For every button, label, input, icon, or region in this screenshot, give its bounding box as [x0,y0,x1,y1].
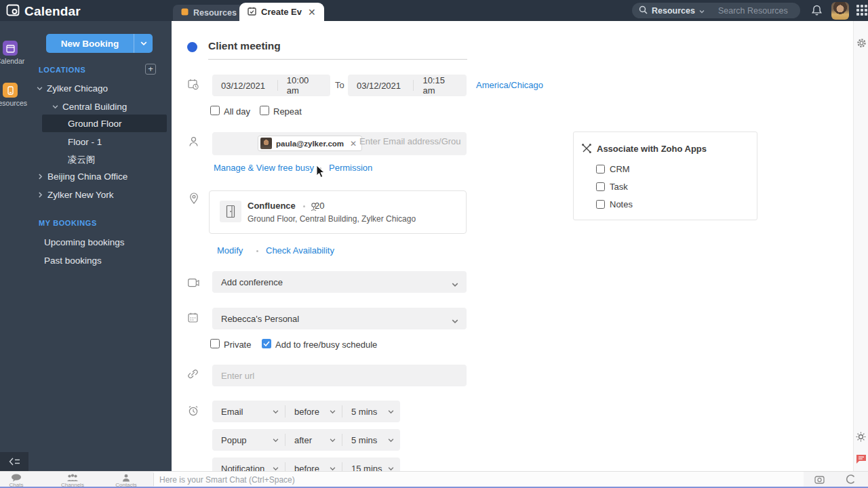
check-availability-link[interactable]: Check Availability [266,245,334,256]
calendar-icon [188,312,198,325]
tree-item-ground-floor-selected[interactable]: Ground Floor [42,115,167,132]
reminder-type-dropdown[interactable]: Email [212,401,285,422]
end-time-input[interactable]: 10:15 am [414,75,467,96]
private-label: Private [224,340,251,350]
reminder-time: 5 mins [351,407,377,417]
rail-calendar-icon[interactable] [3,41,18,56]
tab-resources[interactable]: Resources [173,5,245,21]
tree-item-beijing-china-office[interactable]: Beijing China Office [37,171,127,182]
tree-item-zylker-new-york[interactable]: Zylker New York [37,190,114,200]
settings-gear-icon[interactable] [856,38,867,51]
user-avatar[interactable] [831,2,849,20]
attendees-field[interactable]: paula@zylker.com ✕ [212,132,467,155]
freebusy-checkbox-checked[interactable] [262,339,271,348]
notes-checkbox[interactable] [596,200,605,209]
start-date-input[interactable]: 03/12/2021 [212,81,277,91]
event-color-dot[interactable] [187,42,197,52]
channels-button[interactable]: Channels [58,474,87,488]
start-datetime-field[interactable]: 03/12/2021 10:00 am [212,75,330,96]
calendar-select-dropdown[interactable]: Rebecca's Personal [212,308,467,329]
chevron-down-icon [330,409,336,415]
tree-item-central-building[interactable]: Central Building [52,102,127,112]
manage-free-busy-link[interactable]: Manage & View free busy [214,163,314,173]
new-booking-dropdown[interactable] [134,34,153,53]
chevron-down-icon [37,83,43,94]
theme-sun-icon[interactable] [856,432,866,445]
reminder-time-dropdown[interactable]: 5 mins [342,429,400,451]
rail-resources-icon[interactable] [3,83,18,98]
notifications-bell-icon[interactable] [812,5,822,19]
add-location-button[interactable]: + [145,64,156,75]
rail-calendar-label: Calendar [0,57,31,65]
start-time-input[interactable]: 10:00 am [278,75,330,96]
search-scope-selector[interactable]: Resources [652,6,695,16]
remove-attendee-icon[interactable]: ✕ [350,139,357,148]
freebusy-label: Add to free/busy schedule [275,340,377,350]
all-day-checkbox[interactable] [210,106,220,115]
global-search[interactable]: Resources [632,3,800,18]
smart-chat-bar: Chats Channels Contacts [0,471,868,488]
refresh-c-icon[interactable] [845,474,856,487]
reminder-type-dropdown[interactable]: Popup [212,429,285,451]
apps-grid-icon[interactable] [856,5,868,20]
feedback-icon[interactable] [856,454,867,467]
reminder-when: before [294,407,319,417]
tab-label: Resources [193,8,237,18]
crm-checkbox[interactable] [596,165,605,174]
permission-link[interactable]: Permission [329,163,372,173]
person-icon [122,474,130,482]
sidebar-item-upcoming-bookings[interactable]: Upcoming bookings [44,237,125,247]
location-address: Ground Floor, Central Building, Zylker C… [248,214,416,224]
tab-create-event[interactable]: Create Ev ✕ [239,3,324,21]
app-logo[interactable]: Calendar [6,3,81,20]
chat-bubble-icon [11,474,22,482]
rail-resources-label: Resources [0,99,31,107]
sidebar-item-past-bookings[interactable]: Past bookings [44,256,102,266]
location-pin-icon [189,192,199,207]
url-input[interactable] [212,371,443,381]
end-datetime-field[interactable]: 03/12/2021 10:15 am [348,75,467,96]
url-field[interactable] [212,365,467,386]
add-conference-dropdown[interactable]: Add conference [212,271,467,293]
tree-item-lingyunge[interactable]: 凌云阁 [68,154,96,166]
reminder-when-dropdown[interactable]: after [285,429,342,451]
timezone-link[interactable]: America/Chicago [476,80,543,90]
chevron-down-icon [273,437,279,443]
private-checkbox[interactable] [210,339,220,348]
task-checkbox[interactable] [596,182,605,191]
chats-button[interactable]: Chats [1,474,31,488]
my-bookings-header: MY BOOKINGS [39,219,97,227]
reminder-when-dropdown[interactable]: before [285,401,342,422]
end-date-input[interactable]: 03/12/2021 [348,81,413,91]
right-utility-strip [853,21,868,471]
search-icon [639,5,648,17]
crm-label: CRM [610,164,630,174]
attendee-input[interactable] [359,136,461,146]
conference-label: Add conference [212,277,292,287]
tree-item-label: Ground Floor [42,119,122,129]
reminder-when: after [294,435,312,445]
attendee-chip[interactable]: paula@zylker.com ✕ [258,136,362,151]
new-booking-button[interactable]: New Booking [46,34,153,53]
chevron-right-icon [35,192,45,198]
task-label: Task [610,182,628,192]
modify-link[interactable]: Modify [217,245,243,256]
divider [208,59,467,60]
screen-capture-icon[interactable] [814,474,825,487]
video-camera-icon [188,278,199,290]
tree-item-label: Beijing China Office [47,171,127,182]
contacts-button[interactable]: Contacts [111,474,141,488]
reminder-row-1: Email before 5 mins [212,401,400,422]
repeat-checkbox[interactable] [260,106,269,115]
event-title-input[interactable]: Client meeting [208,40,281,52]
reminder-time-dropdown[interactable]: 5 mins [342,401,400,422]
smart-chat-input[interactable] [154,472,804,487]
search-input[interactable] [718,6,800,16]
tree-item-zylker-chicago[interactable]: Zylker Chicago [37,83,108,94]
collapse-sidebar-button[interactable] [0,452,28,471]
location-card[interactable]: Confluence 20 Ground Floor, Central Buil… [209,190,467,234]
tree-item-floor-1[interactable]: Floor - 1 [68,137,102,147]
close-tab-icon[interactable]: ✕ [308,7,316,17]
dot-separator [319,167,321,169]
location-name: Confluence [248,201,296,211]
